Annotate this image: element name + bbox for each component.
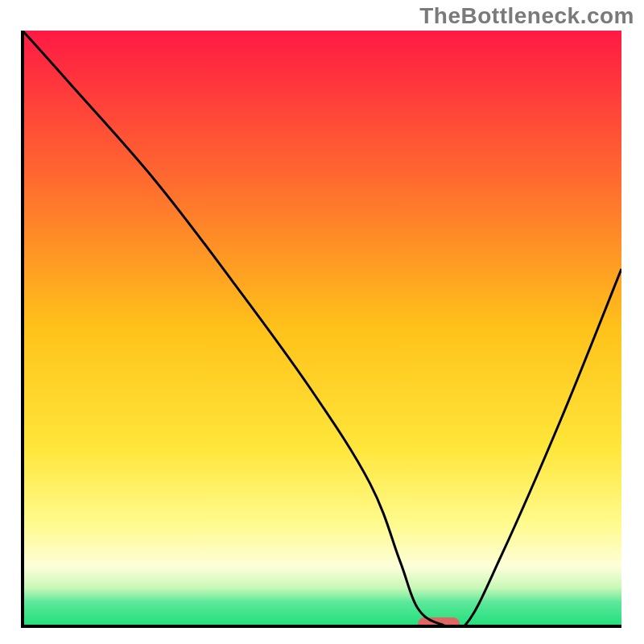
gradient-background [23,31,621,626]
chart-svg [0,0,644,644]
bottleneck-chart: TheBottleneck.com [0,0,644,644]
plot-area [23,31,621,631]
watermark-label: TheBottleneck.com [419,3,634,29]
